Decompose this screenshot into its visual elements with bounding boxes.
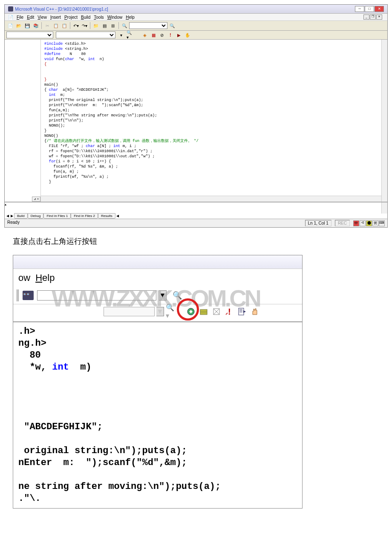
zoomed-code-editor[interactable]: .h> ng.h> 80 *w, int m) "ABCDEFGHIJK"; o…	[13, 322, 302, 508]
code-text: rf = fopen("D:\\k01\\24010001\\in.dat","…	[44, 149, 153, 153]
tab-scroll[interactable]: ◀	[115, 214, 120, 218]
dropdown-icon[interactable]: ▼	[156, 307, 164, 316]
code-text: nEnter m: ");scanf("%d",&m);	[18, 457, 187, 468]
child-close[interactable]: ✕	[376, 14, 382, 20]
workspace-icon[interactable]: 📁	[92, 22, 100, 29]
ime-icon[interactable]: ⌨	[379, 220, 385, 226]
execute-icon[interactable]: !	[167, 32, 173, 38]
tab-debug[interactable]: Debug	[28, 213, 44, 219]
workspace-sidebar[interactable]: ⊿ ×	[5, 40, 41, 202]
tab-find2[interactable]: Find in Files 2	[71, 213, 98, 219]
rec-indicator: REC	[335, 220, 350, 226]
compile-icon[interactable]: ◈	[142, 32, 148, 38]
menu-help[interactable]: Help	[126, 15, 135, 20]
menu-window[interactable]: Window	[107, 15, 123, 20]
tab-results[interactable]: Results	[98, 213, 115, 219]
target-combo[interactable]	[56, 32, 115, 38]
build-icon[interactable]	[198, 306, 209, 317]
ime-icon[interactable]: ⬤	[366, 220, 372, 226]
redo-icon[interactable]: ↷▾	[81, 22, 88, 29]
ime-indicators: 中 ᐊ ⬤ 简 ⌨	[353, 220, 385, 226]
code-text	[44, 159, 49, 164]
code-text	[18, 434, 24, 444]
minimize-button[interactable]: ─	[355, 6, 364, 12]
undo-icon[interactable]: ↶▾	[72, 22, 80, 29]
sidebar-tab[interactable]: ⊿ ×	[32, 197, 40, 202]
code-keyword: #include	[44, 47, 63, 51]
tab-find1[interactable]: Find in Files 1	[43, 213, 71, 219]
find-combo[interactable]	[37, 290, 156, 301]
toolbar-grip[interactable]	[17, 289, 19, 301]
maximize-button[interactable]: □	[365, 6, 374, 12]
ime-icon[interactable]: 中	[353, 220, 359, 226]
tab-build[interactable]: Build	[14, 213, 28, 219]
stop-build-icon[interactable]	[211, 306, 222, 317]
save-icon[interactable]: 💾	[23, 22, 31, 29]
output-scrollbar[interactable]	[381, 202, 387, 214]
code-text: *w,	[18, 362, 52, 373]
go-icon[interactable]: ▶	[176, 32, 182, 38]
code-keyword: int	[113, 144, 120, 148]
tab-right-arrow[interactable]: ▶	[10, 214, 14, 218]
statusbar: Ready Ln 1, Col 1 REC 中 ᐊ ⬤ 简 ⌨	[5, 219, 387, 227]
child-window-controls: _ ❐ ✕	[363, 14, 382, 20]
close-button[interactable]: ✕	[375, 6, 384, 12]
code-text: }	[44, 129, 46, 133]
cut-icon[interactable]: ✂	[43, 22, 51, 29]
ide-title: Microsoft Visual C++ - [D:\k01\24010001\…	[8, 6, 108, 12]
horizontal-scrollbar[interactable]	[41, 196, 381, 202]
search-small-icon[interactable]: 🔍▾	[127, 32, 133, 38]
output-pane[interactable]: ▴ ◀ ▶ Build Debug Find in Files 1 Find i…	[5, 202, 387, 219]
copy-icon[interactable]: 📋	[52, 22, 60, 29]
find-files-icon[interactable]: 🔍	[121, 22, 128, 29]
code-text: FILE *rf, *wf ;	[44, 144, 86, 148]
menu-window-partial[interactable]: ow	[18, 272, 30, 283]
menu-build[interactable]: Build	[81, 15, 90, 20]
code-text: *w,	[74, 57, 88, 61]
status-ready: Ready	[7, 220, 20, 226]
menu-edit[interactable]: Edit	[27, 15, 34, 20]
build-icon[interactable]: ▦	[150, 32, 156, 38]
code-text: fscanf(rf, "%d %s", &m, a) ;	[44, 165, 118, 169]
ime-icon[interactable]: ᐊ	[360, 220, 366, 226]
go-icon[interactable]	[236, 306, 248, 317]
config-combo[interactable]	[104, 307, 155, 316]
child-minimize[interactable]: _	[363, 14, 369, 20]
open-file-icon[interactable]: 📂	[15, 22, 23, 29]
menu-insert[interactable]: Insert	[50, 15, 61, 20]
find-files-icon[interactable]: 👓	[22, 289, 35, 301]
child-restore[interactable]: ❐	[370, 14, 376, 20]
menu-file[interactable]: File	[17, 15, 23, 20]
code-text: m;	[56, 93, 65, 97]
file-icon: 📄	[8, 15, 13, 20]
config-combo[interactable]	[6, 32, 53, 38]
ime-icon[interactable]: 简	[372, 220, 378, 226]
paste-icon[interactable]: 📋	[61, 22, 68, 29]
menu-view[interactable]: View	[37, 15, 47, 20]
menu-tools[interactable]: Tools	[94, 15, 104, 20]
code-text: n)	[95, 57, 104, 61]
stop-build-icon[interactable]: ⊘	[159, 32, 165, 38]
tab-left-arrow[interactable]: ◀	[6, 214, 10, 218]
code-keyword: int	[88, 57, 95, 61]
search-icon[interactable]: 🔍▾	[166, 306, 177, 317]
find-icon[interactable]: 🔍	[168, 22, 176, 29]
code-editor[interactable]: #include <stdio.h> #include <string.h> #…	[41, 40, 387, 202]
vertical-scrollbar[interactable]	[381, 40, 387, 202]
breakpoint-icon[interactable]: ✋	[184, 32, 190, 38]
output-handle[interactable]: ▴	[5, 202, 9, 207]
menu-help[interactable]: Help	[35, 272, 55, 283]
code-text: printf("The original string:\n");puts(a)…	[44, 98, 143, 102]
code-keyword: for	[49, 159, 56, 164]
find-combo[interactable]	[129, 22, 167, 29]
output-icon[interactable]: ▤	[101, 22, 108, 29]
dropdown-icon[interactable]: ▼	[159, 290, 167, 301]
new-file-icon[interactable]: 📄	[6, 22, 14, 29]
code-keyword: int	[52, 362, 69, 373]
window-list-icon[interactable]: ⊞	[109, 22, 117, 29]
execute-icon[interactable]: !	[224, 306, 235, 317]
code-text: m, i ;	[120, 144, 136, 148]
save-all-icon[interactable]: 📚	[32, 22, 40, 29]
breakpoint-icon[interactable]	[249, 306, 260, 317]
menu-project[interactable]: Project	[64, 15, 78, 20]
